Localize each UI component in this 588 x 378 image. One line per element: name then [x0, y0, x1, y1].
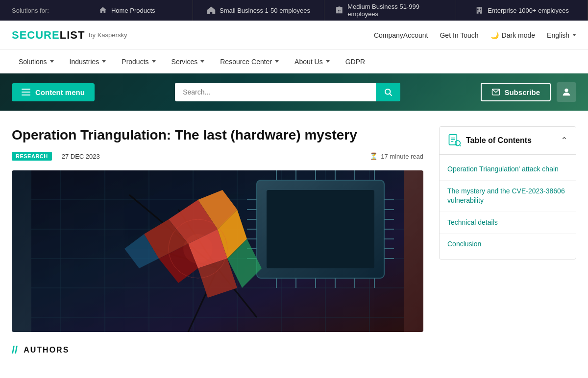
moon-icon: 🌙	[490, 31, 499, 39]
svg-point-0	[385, 89, 391, 94]
article-meta: RESEARCH 27 DEC 2023 ⏳ 17 minute read	[12, 152, 423, 161]
logo-by: by Kaspersky	[89, 31, 127, 39]
home-products-label: Home Products	[111, 7, 155, 14]
toc-document-icon	[447, 134, 461, 147]
dark-mode-label: Dark mode	[502, 31, 535, 39]
nav-industries[interactable]: Industries	[63, 50, 113, 73]
home-icon	[98, 6, 107, 15]
toc-item-1[interactable]: Operation Triangulation' attack chain	[440, 159, 576, 181]
search-area	[175, 83, 400, 101]
solutions-label: Solutions for:	[0, 0, 61, 21]
chevron-down-icon	[572, 34, 576, 36]
subscribe-button[interactable]: Subscribe	[481, 83, 551, 101]
nav-resource-center[interactable]: Resource Center	[213, 50, 286, 73]
logo-list: LIST	[60, 29, 85, 41]
nav-solutions[interactable]: Solutions	[12, 50, 61, 73]
sidebar: Table of Contents ⌃ Operation Triangulat…	[439, 126, 576, 356]
main-content: Operation Triangulation: The last (hardw…	[0, 111, 588, 372]
nav-resource-center-label: Resource Center	[220, 58, 272, 66]
user-icon	[561, 87, 572, 97]
toc-item-2[interactable]: The mystery and the CVE-2023-38606 vulne…	[440, 181, 576, 212]
language-label: English	[547, 31, 569, 39]
chevron-down-icon	[200, 60, 204, 63]
table-of-contents: Table of Contents ⌃ Operation Triangulat…	[439, 126, 576, 260]
content-menu-button[interactable]: Content menu	[12, 83, 95, 101]
chevron-down-icon	[326, 60, 330, 63]
authors-section: // AUTHORS	[12, 344, 423, 356]
action-bar: Content menu Subscribe	[0, 73, 588, 111]
nav-products[interactable]: Products	[115, 50, 162, 73]
svg-line-1	[390, 94, 392, 95]
envelope-icon	[491, 88, 500, 96]
search-button[interactable]	[376, 83, 400, 101]
chevron-down-icon	[50, 60, 54, 63]
building-lg-icon	[475, 6, 484, 15]
hamburger-icon	[22, 89, 30, 95]
top-bar-medium-business[interactable]: Medium Business 51-999 employees	[324, 0, 456, 21]
article-title: Operation Triangulation: The last (hardw…	[12, 126, 423, 144]
small-business-label: Small Business 1-50 employees	[220, 7, 310, 14]
top-bar-small-business[interactable]: Small Business 1-50 employees	[193, 0, 325, 21]
read-time: ⏳ 17 minute read	[369, 152, 423, 160]
article-image	[12, 170, 423, 332]
hourglass-icon: ⏳	[369, 152, 378, 160]
nav-solutions-label: Solutions	[19, 58, 47, 66]
toc-header: Table of Contents ⌃	[440, 127, 576, 155]
header-right: CompanyAccount Get In Touch 🌙 Dark mode …	[374, 31, 576, 39]
nav-gdpr[interactable]: GDPR	[339, 50, 372, 73]
hamburger-line-2	[22, 92, 30, 93]
search-input[interactable]	[175, 83, 376, 101]
svg-rect-19	[267, 190, 374, 268]
toc-title: Table of Contents	[466, 136, 532, 145]
article-area: Operation Triangulation: The last (hardw…	[12, 126, 423, 356]
content-menu-label: Content menu	[35, 88, 85, 96]
header: SECURELIST by Kaspersky CompanyAccount G…	[0, 21, 588, 50]
action-right: Subscribe	[481, 82, 576, 102]
authors-slash-icon: //	[12, 344, 18, 356]
building-md-icon	[335, 6, 343, 15]
hamburger-line-1	[22, 89, 30, 90]
logo-secure: SECURE	[12, 29, 60, 41]
svg-point-62	[183, 234, 213, 263]
subscribe-label: Subscribe	[504, 88, 540, 96]
chevron-down-icon	[102, 60, 106, 63]
user-account-button[interactable]	[557, 82, 576, 102]
svg-point-3	[564, 89, 568, 92]
toc-header-left: Table of Contents	[447, 134, 532, 147]
medium-business-label: Medium Business 51-999 employees	[347, 3, 445, 18]
enterprise-label: Enterprise 1000+ employees	[488, 7, 569, 14]
dark-mode-button[interactable]: 🌙 Dark mode	[490, 31, 535, 39]
search-icon	[384, 88, 392, 96]
language-selector[interactable]: English	[547, 31, 576, 39]
chevron-down-icon	[275, 60, 279, 63]
article-date: 27 DEC 2023	[62, 153, 100, 160]
nav-about-us[interactable]: About Us	[288, 50, 337, 73]
nav-gdpr-label: GDPR	[345, 58, 365, 66]
building-sm-icon	[207, 6, 216, 15]
top-bar-home-products[interactable]: Home Products	[61, 0, 193, 21]
main-nav: Solutions Industries Products Services R…	[0, 50, 588, 73]
toc-items: Operation Triangulation' attack chain Th…	[440, 155, 576, 259]
logo-text: SECURELIST	[12, 29, 85, 42]
nav-industries-label: Industries	[70, 58, 99, 66]
toc-collapse-button[interactable]: ⌃	[561, 135, 568, 146]
nav-products-label: Products	[122, 58, 148, 66]
hamburger-line-3	[22, 94, 30, 95]
nav-services[interactable]: Services	[165, 50, 212, 73]
nav-about-us-label: About Us	[294, 58, 323, 66]
get-in-touch-link[interactable]: Get In Touch	[440, 31, 478, 39]
chevron-down-icon	[152, 60, 156, 63]
article-image-svg	[12, 170, 423, 332]
logo[interactable]: SECURELIST by Kaspersky	[12, 29, 127, 42]
authors-label: AUTHORS	[24, 346, 69, 354]
toc-item-3[interactable]: Technical details	[440, 212, 576, 234]
research-badge: RESEARCH	[12, 152, 52, 161]
svg-line-68	[460, 145, 461, 146]
top-bar-enterprise[interactable]: Enterprise 1000+ employees	[456, 0, 588, 21]
nav-services-label: Services	[172, 58, 198, 66]
company-account-link[interactable]: CompanyAccount	[374, 31, 428, 39]
toc-item-4[interactable]: Conclusion	[440, 234, 576, 255]
read-time-label: 17 minute read	[381, 153, 423, 160]
top-bar-items: Home Products Small Business 1-50 employ…	[61, 0, 588, 21]
top-bar: Solutions for: Home Products Small Busin…	[0, 0, 588, 21]
